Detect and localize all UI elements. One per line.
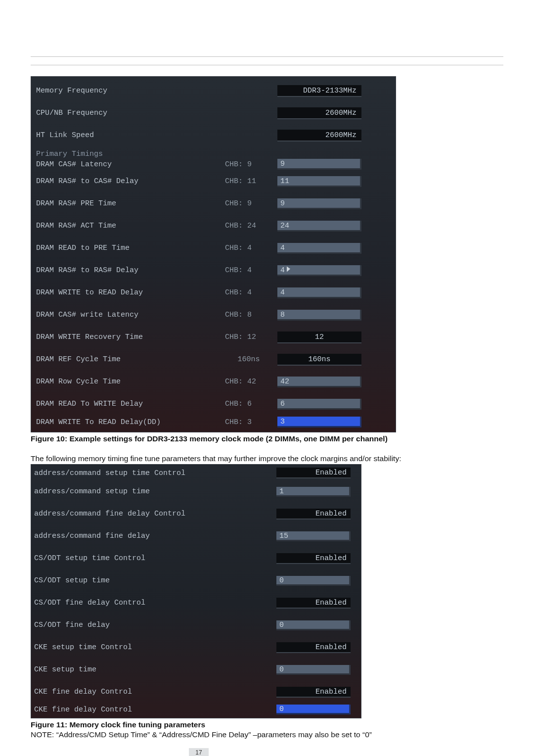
setting-label: CPU/NB Frequency — [36, 109, 225, 117]
note-text: NOTE: “Address/CMD Setup Time” & “Addres… — [31, 730, 503, 739]
setting-label: address/command fine delay Control — [34, 510, 276, 518]
header-rule — [31, 56, 503, 65]
figure11-caption: Figure 11: Memory clock fine tuning para… — [31, 720, 503, 729]
bios2-row: CKE fine delay ControlEnabled — [34, 681, 358, 703]
setting-label: address/command setup time — [34, 487, 276, 496]
bios2-row: CS/ODT fine delay ControlEnabled — [34, 592, 358, 614]
setting-select[interactable]: 12 — [277, 331, 361, 343]
setting-select[interactable]: 2600MHz — [277, 107, 361, 119]
setting-input[interactable]: 9 — [277, 159, 361, 170]
setting-sublabel: CHB: 12 — [225, 333, 277, 341]
setting-input[interactable]: 0 — [276, 705, 351, 714]
setting-sublabel: 160ns — [225, 355, 277, 364]
setting-sublabel: CHB: 3 — [225, 418, 277, 426]
bios2-row: CS/ODT setup time0 — [34, 569, 358, 592]
cursor-icon — [287, 266, 290, 272]
setting-input[interactable]: 6 — [277, 399, 361, 410]
setting-sublabel: CHB: 4 — [225, 244, 277, 252]
bios2-row: address/command setup time1 — [34, 480, 358, 503]
setting-label: DRAM CAS# Latency — [36, 160, 225, 169]
setting-input[interactable]: 9 — [277, 198, 361, 209]
bios1-timing-row: DRAM RAS# PRE TimeCHB: 99 — [35, 192, 392, 215]
setting-sublabel: CHB: 8 — [225, 311, 277, 319]
setting-sublabel: CHB: 6 — [225, 400, 277, 408]
bios2-row: CKE fine delay Control0 — [34, 703, 358, 716]
setting-sublabel: CHB: 42 — [225, 378, 277, 386]
setting-input[interactable]: 4 — [277, 287, 361, 298]
setting-input[interactable]: 0 — [276, 665, 351, 675]
bios1-timing-row: DRAM WRITE to READ DelayCHB: 44 — [35, 282, 392, 304]
setting-label: DRAM Row Cycle Time — [36, 378, 225, 386]
bios1-timing-row: DRAM READ to PRE TimeCHB: 44 — [35, 237, 392, 259]
setting-select[interactable]: Enabled — [276, 553, 351, 564]
setting-sublabel: CHB: 11 — [225, 177, 277, 186]
bios1-timing-row: DRAM RAS# ACT TimeCHB: 2424 — [35, 215, 392, 237]
bios1-timing-row: DRAM WRITE Recovery TimeCHB: 1212 — [35, 326, 392, 348]
bios-primary-timings-panel: Memory FrequencyDDR3-2133MHzCPU/NB Frequ… — [31, 76, 396, 432]
setting-input[interactable]: 42 — [277, 377, 361, 387]
bios1-top-row: CPU/NB Frequency2600MHz — [35, 102, 392, 124]
setting-select[interactable]: Enabled — [276, 598, 351, 609]
setting-select[interactable]: 2600MHz — [277, 130, 361, 142]
setting-input[interactable]: 3 — [277, 417, 361, 427]
setting-sublabel: CHB: 9 — [225, 160, 277, 169]
setting-label: DRAM RAS# to CAS# Delay — [36, 177, 225, 186]
setting-label: DRAM RAS# to RAS# Delay — [36, 266, 225, 275]
setting-select[interactable]: 160ns — [277, 354, 361, 366]
bios1-timing-row: DRAM CAS# LatencyCHB: 99 — [35, 158, 392, 170]
setting-label: Memory Frequency — [36, 87, 225, 95]
setting-sublabel: CHB: 9 — [225, 199, 277, 208]
bios2-row: CKE setup time0 — [34, 659, 358, 681]
setting-sublabel: CHB: 4 — [225, 288, 277, 297]
setting-input[interactable]: 4 — [277, 243, 361, 254]
setting-label: CS/ODT fine delay — [34, 621, 276, 629]
setting-label: CS/ODT setup time Control — [34, 554, 276, 563]
setting-sublabel: CHB: 24 — [225, 222, 277, 230]
setting-label: DRAM READ To WRITE Delay — [36, 400, 225, 408]
setting-input[interactable]: 4 — [277, 265, 361, 276]
fine-tune-intro-text: The following memory timing fine tune pa… — [31, 454, 503, 463]
setting-select[interactable]: Enabled — [276, 687, 351, 698]
bios1-timing-row: DRAM Row Cycle TimeCHB: 4242 — [35, 371, 392, 393]
setting-label: DRAM REF Cycle Time — [36, 355, 225, 364]
setting-label: CS/ODT setup time — [34, 576, 276, 585]
page-number: 17 — [189, 748, 209, 756]
setting-input[interactable]: 0 — [276, 620, 351, 630]
bios-fine-tuning-panel: address/command setup time ControlEnable… — [31, 464, 361, 718]
bios1-timing-row: DRAM RAS# to RAS# DelayCHB: 44 — [35, 259, 392, 282]
bios1-timing-row: DRAM READ To WRITE DelayCHB: 66 — [35, 393, 392, 415]
bios1-timing-row: DRAM RAS# to CAS# DelayCHB: 1111 — [35, 170, 392, 192]
setting-label: DRAM WRITE Recovery Time — [36, 333, 225, 341]
setting-label: DRAM WRITE to READ Delay — [36, 288, 225, 297]
setting-input[interactable]: 1 — [276, 487, 351, 497]
setting-select[interactable]: Enabled — [276, 468, 351, 478]
primary-timings-header: Primary Timings — [35, 146, 392, 158]
bios1-timing-row: DRAM WRITE To READ Delay(DD)CHB: 33 — [35, 415, 392, 429]
setting-input[interactable]: 11 — [277, 176, 361, 187]
setting-label: DRAM CAS# write Latency — [36, 311, 225, 319]
bios1-top-row: HT Link Speed2600MHz — [35, 124, 392, 146]
bios2-row: CS/ODT setup time ControlEnabled — [34, 547, 358, 569]
bios1-timing-row: DRAM CAS# write LatencyCHB: 88 — [35, 304, 392, 326]
setting-input[interactable]: 8 — [277, 310, 361, 321]
figure10-caption: Figure 10: Example settings for DDR3-213… — [31, 434, 503, 443]
setting-label: CKE setup time Control — [34, 643, 276, 652]
setting-input[interactable]: 15 — [276, 531, 351, 541]
setting-input[interactable]: 24 — [277, 221, 361, 232]
setting-label: DRAM READ to PRE Time — [36, 244, 225, 252]
bios2-row: address/command setup time ControlEnable… — [34, 466, 358, 480]
setting-label: DRAM WRITE To READ Delay(DD) — [36, 418, 225, 426]
setting-label: DRAM RAS# PRE Time — [36, 199, 225, 208]
setting-label: CS/ODT fine delay Control — [34, 599, 276, 607]
setting-label: DRAM RAS# ACT Time — [36, 222, 225, 230]
setting-input[interactable]: 0 — [276, 576, 351, 586]
bios1-top-row: Memory FrequencyDDR3-2133MHz — [35, 80, 392, 102]
setting-select[interactable]: Enabled — [276, 642, 351, 653]
setting-label: CKE setup time — [34, 665, 276, 674]
setting-select[interactable]: Enabled — [276, 509, 351, 520]
bios2-row: address/command fine delay15 — [34, 525, 358, 547]
setting-label: CKE fine delay Control — [34, 706, 276, 714]
bios2-row: address/command fine delay ControlEnable… — [34, 503, 358, 525]
setting-select[interactable]: DDR3-2133MHz — [277, 85, 361, 97]
bios1-timing-row: DRAM REF Cycle Time160ns160ns — [35, 348, 392, 371]
